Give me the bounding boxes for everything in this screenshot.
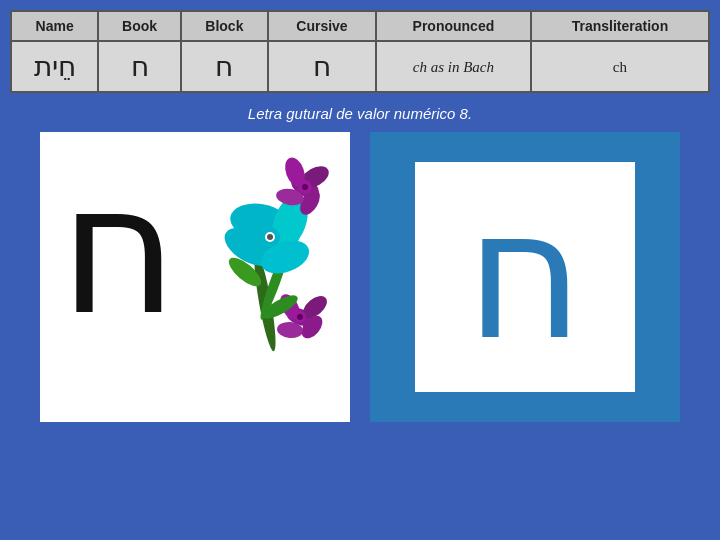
cell-name: חֵית <box>11 41 98 92</box>
cell-book: ח <box>98 41 180 92</box>
col-header-block: Block <box>181 11 268 41</box>
het-white-background: ח <box>415 162 635 392</box>
het-black-letter: ח <box>60 162 178 342</box>
col-header-book: Book <box>98 11 180 41</box>
flower-svg <box>200 152 330 352</box>
left-image-box: ח <box>40 132 350 422</box>
flower-decoration <box>200 152 330 352</box>
subtitle: Letra gutural de valor numérico 8. <box>10 105 710 122</box>
col-header-cursive: Cursive <box>268 11 376 41</box>
svg-point-9 <box>267 234 273 240</box>
page-container: Name Book Block Cursive Pronounced Trans… <box>0 0 720 540</box>
svg-point-23 <box>297 314 303 320</box>
cell-block: ח <box>181 41 268 92</box>
het-blue-letter: ח <box>466 187 584 367</box>
right-image-box: ח <box>370 132 680 422</box>
col-header-name: Name <box>11 11 98 41</box>
cell-transliteration: ch <box>531 41 709 92</box>
hebrew-table: Name Book Block Cursive Pronounced Trans… <box>10 10 710 93</box>
col-header-pronounced: Pronounced <box>376 11 531 41</box>
images-row: ח <box>10 132 710 422</box>
svg-point-16 <box>302 184 308 190</box>
col-header-transliteration: Transliteration <box>531 11 709 41</box>
cell-pronounced: ch as in Bach <box>376 41 531 92</box>
cell-cursive: ח <box>268 41 376 92</box>
